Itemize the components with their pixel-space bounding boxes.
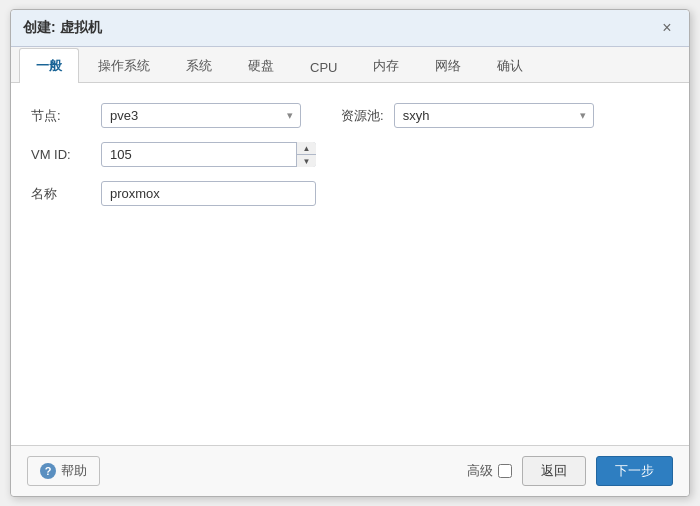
- back-button[interactable]: 返回: [522, 456, 586, 486]
- create-vm-dialog: 创建: 虚拟机 × 一般 操作系统 系统 硬盘 CPU 内存 网络 确认 节点:…: [10, 9, 690, 497]
- vmid-spinner-wrap: ▲ ▼: [101, 142, 316, 167]
- tab-memory[interactable]: 内存: [356, 48, 416, 83]
- node-select-wrap: pve3 ▾: [101, 103, 301, 128]
- vmid-decrement-button[interactable]: ▼: [297, 155, 316, 167]
- form-content: 节点: pve3 ▾ 资源池: sxyh ▾ VM ID:: [11, 83, 689, 445]
- tab-system[interactable]: 系统: [169, 48, 229, 83]
- node-select[interactable]: pve3: [101, 103, 301, 128]
- next-button[interactable]: 下一步: [596, 456, 673, 486]
- resource-select-wrap: sxyh ▾: [394, 103, 594, 128]
- dialog-title: 创建: 虚拟机: [23, 19, 102, 37]
- tab-os[interactable]: 操作系统: [81, 48, 167, 83]
- resource-select[interactable]: sxyh: [394, 103, 594, 128]
- footer-left: ? 帮助: [27, 456, 100, 486]
- name-input[interactable]: [101, 181, 316, 206]
- tab-network[interactable]: 网络: [418, 48, 478, 83]
- vmid-label: VM ID:: [31, 147, 101, 162]
- title-bar: 创建: 虚拟机 ×: [11, 10, 689, 47]
- advanced-checkbox[interactable]: [498, 464, 512, 478]
- help-button[interactable]: ? 帮助: [27, 456, 100, 486]
- tab-disk[interactable]: 硬盘: [231, 48, 291, 83]
- tab-cpu[interactable]: CPU: [293, 51, 354, 83]
- tab-confirm[interactable]: 确认: [480, 48, 540, 83]
- help-label: 帮助: [61, 462, 87, 480]
- advanced-wrap: 高级: [467, 462, 512, 480]
- resource-section: 资源池: sxyh ▾: [341, 103, 594, 128]
- vmid-row: VM ID: ▲ ▼: [31, 142, 669, 167]
- footer: ? 帮助 高级 返回 下一步: [11, 445, 689, 496]
- node-label: 节点:: [31, 107, 101, 125]
- close-button[interactable]: ×: [657, 18, 677, 38]
- node-row: 节点: pve3 ▾ 资源池: sxyh ▾: [31, 103, 669, 128]
- vmid-input[interactable]: [101, 142, 316, 167]
- vmid-spinner-buttons: ▲ ▼: [296, 142, 316, 167]
- vmid-increment-button[interactable]: ▲: [297, 142, 316, 155]
- help-icon: ?: [40, 463, 56, 479]
- tab-general[interactable]: 一般: [19, 48, 79, 83]
- footer-right: 高级 返回 下一步: [467, 456, 673, 486]
- name-row: 名称: [31, 181, 669, 206]
- name-label: 名称: [31, 185, 101, 203]
- resource-label: 资源池:: [341, 107, 384, 125]
- advanced-label: 高级: [467, 462, 493, 480]
- tab-bar: 一般 操作系统 系统 硬盘 CPU 内存 网络 确认: [11, 47, 689, 83]
